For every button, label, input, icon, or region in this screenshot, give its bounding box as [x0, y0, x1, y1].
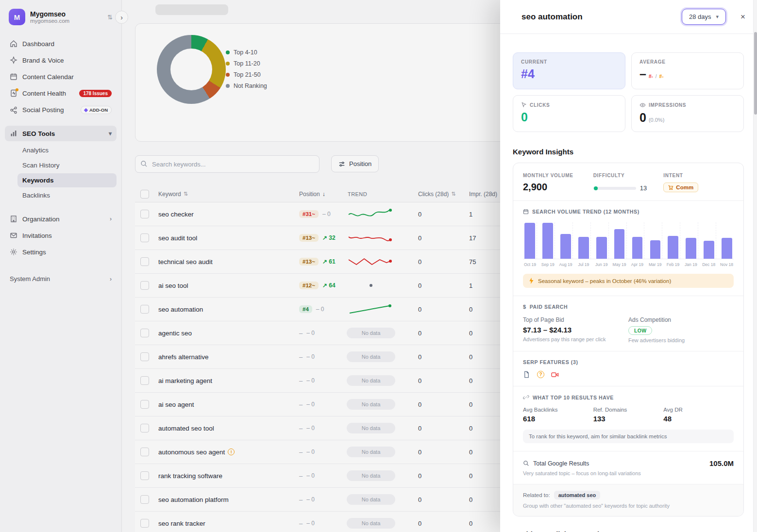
position-change: – 0 [306, 353, 315, 360]
row-checkbox[interactable] [140, 495, 149, 504]
position-change: – 0 [306, 401, 315, 408]
keyword-cell[interactable]: rank tracking software [154, 472, 295, 480]
date-range-select[interactable]: 28 days ▾ [682, 9, 726, 25]
position-dash: – [299, 401, 303, 408]
scrollbar[interactable] [753, 0, 757, 532]
row-checkbox[interactable] [140, 305, 149, 314]
keyword-cell[interactable]: seo audit tool [154, 234, 295, 242]
keyword-cell[interactable]: automated seo tool [154, 425, 295, 432]
table-row[interactable]: autonomous seo agent! –– 0 No data 0 0 [135, 440, 553, 464]
home-icon [10, 40, 17, 48]
keyword-cell[interactable]: ai seo tool [154, 282, 295, 289]
keyword-cell[interactable]: ai seo agent [154, 401, 295, 408]
competition-badge: LOW [628, 326, 652, 335]
row-checkbox[interactable] [140, 233, 149, 242]
volume-bar [524, 223, 535, 259]
keyword-cell[interactable]: seo automation [154, 306, 295, 313]
row-checkbox[interactable] [140, 519, 149, 528]
mail-icon [10, 232, 17, 239]
sidebar-item-backlinks[interactable]: Backlinks [17, 188, 117, 202]
row-checkbox[interactable] [140, 471, 149, 480]
table-row[interactable]: seo automation platform –– 0 No data 0 0 [135, 488, 553, 512]
row-checkbox[interactable] [140, 400, 149, 409]
table-row[interactable]: seo audit tool #13~↗ 32 0 17 [135, 226, 553, 250]
sidebar-item-content-health[interactable]: Content Health 178 Issues [5, 85, 117, 101]
keyword-cell[interactable]: seo rank tracker [154, 520, 295, 527]
header-position[interactable]: Position↓ [295, 191, 344, 198]
table-row[interactable]: automated seo tool –– 0 No data 0 0 [135, 416, 553, 440]
header-keyword[interactable]: Keyword⇅ [154, 191, 295, 198]
table-row[interactable]: seo rank tracker –– 0 No data 0 0 [135, 512, 553, 532]
sidebar-item-social-posting[interactable]: Social Posting ADD-ON [5, 102, 117, 118]
sidebar-item-seo-tools[interactable]: SEO Tools ▾ [5, 126, 117, 141]
difficulty-track [593, 187, 636, 190]
position-filter-button[interactable]: Position [331, 155, 379, 172]
sidebar-item-system-admin[interactable]: System Admin › [5, 272, 117, 285]
keyword-cell[interactable]: ahrefs alternative [154, 353, 295, 361]
sidebar-item-brand-voice[interactable]: Brand & Voice [5, 52, 117, 68]
workspace-switcher[interactable]: M Mygomseo mygomseo.com ⇅ [5, 7, 117, 27]
sliders-icon [338, 161, 345, 167]
table-row[interactable]: ai marketing agent –– 0 No data 0 0 [135, 369, 553, 393]
related-keyword-chip[interactable]: automated seo [554, 491, 601, 499]
table-row[interactable]: seo automation #4– 0 0 0 [135, 298, 553, 321]
table-row[interactable]: seo checker #31~– 0 0 1 [135, 202, 553, 226]
sidebar-item-dashboard[interactable]: Dashboard [5, 36, 117, 51]
drawer-header: seo automation 28 days ▾ × [500, 0, 757, 34]
table-row[interactable]: technical seo audit #13~↗ 61 0 75 [135, 250, 553, 274]
position-dash: – [299, 330, 303, 337]
no-data-pill: No data [347, 328, 395, 338]
position-badge: #4 [299, 305, 312, 313]
keyword-cell[interactable]: autonomous seo agent! [154, 449, 295, 456]
table-row[interactable]: ai seo tool #12~↗ 64 0 1 [135, 274, 553, 298]
table-row[interactable]: agentic seo –– 0 No data 0 0 [135, 321, 553, 345]
header-trend: TREND [344, 191, 414, 197]
sidebar-item-analytics[interactable]: Analytics [17, 143, 117, 157]
info-icon[interactable]: ! [228, 449, 235, 455]
table-row[interactable]: ai seo agent –– 0 No data 0 0 [135, 393, 553, 416]
sidebar-item-invitations[interactable]: Invitations [5, 228, 117, 243]
search-input[interactable] [135, 155, 320, 173]
table-toolbar: Position [135, 155, 379, 173]
close-icon[interactable]: × [739, 10, 747, 24]
paid-search-section: Top of Page Bid $7.13 – $24.13 Advertise… [523, 316, 734, 343]
keyword-cell[interactable]: seo automation platform [154, 496, 295, 503]
select-all-checkbox[interactable] [140, 190, 149, 199]
sidebar-item-scan-history[interactable]: Scan History [17, 158, 117, 172]
calendar-icon [10, 73, 17, 81]
volume-bar [560, 234, 571, 259]
row-checkbox[interactable] [140, 352, 149, 361]
row-checkbox[interactable] [140, 424, 149, 432]
position-change: ↗ 32 [322, 234, 336, 241]
google-results: Total Google Results 105.0M [523, 459, 734, 467]
row-checkbox[interactable] [140, 281, 149, 290]
legend-dot [226, 62, 230, 66]
sidebar-item-keywords[interactable]: Keywords [17, 173, 117, 187]
sidebar-item-content-calendar[interactable]: Content Calendar [5, 69, 117, 84]
keyword-cell[interactable]: seo checker [154, 211, 295, 218]
scrollbar-thumb[interactable] [754, 32, 757, 115]
no-data-pill: No data [347, 399, 395, 410]
trend-sparkline [344, 231, 414, 245]
row-checkbox[interactable] [140, 257, 149, 266]
row-checkbox[interactable] [140, 448, 149, 456]
volume-bar-labels: Oct 19Sep 19Aug 19Jul 19Jun 19May 19Apr … [523, 262, 734, 267]
table-row[interactable]: ahrefs alternative –– 0 No data 0 0 [135, 345, 553, 369]
sidebar-collapse-button[interactable]: › [115, 11, 128, 24]
table-row[interactable]: rank tracking software –– 0 No data 0 0 [135, 464, 553, 488]
row-checkbox[interactable] [140, 376, 149, 385]
row-checkbox[interactable] [140, 210, 149, 218]
sidebar-item-settings[interactable]: Settings [5, 244, 117, 260]
keyword-cell[interactable]: ai marketing agent [154, 377, 295, 384]
seo-tools-subnav: Analytics Scan History Keywords Backlink… [17, 143, 117, 202]
header-clicks[interactable]: Clicks (28d)⇅ [414, 191, 465, 198]
keyword-cell[interactable]: agentic seo [154, 330, 295, 337]
sidebar-item-organization[interactable]: Organization › [5, 211, 117, 227]
row-checkbox[interactable] [140, 329, 149, 337]
difficulty-marker [594, 186, 598, 190]
keyword-search [135, 155, 320, 173]
keyword-cell[interactable]: technical seo audit [154, 258, 295, 266]
position-clicks-header: Position & Clicks Over Time Position Cli… [513, 530, 744, 532]
clicks-cell: 0 [414, 282, 465, 289]
clicks-cell: 0 [414, 211, 465, 218]
